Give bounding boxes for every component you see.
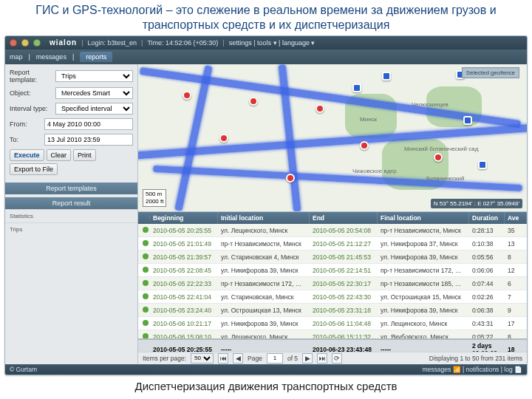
tab-map[interactable]: map (10, 53, 23, 61)
map-scale: 500 m2000 ft (143, 189, 166, 207)
pager: Items per page: 50 ⏮ ◀ Page of 5 ▶ ⏭ ⟳ D… (138, 352, 527, 364)
minimize-icon[interactable] (21, 39, 29, 47)
status-dot-icon (143, 253, 149, 259)
items-per-page-select[interactable]: 50 (191, 353, 214, 364)
object-label: Object: (10, 89, 52, 97)
table-summary: 2010-05-05 20:25:55 ----- 2010-06-23 23:… (138, 338, 527, 352)
statistics-row[interactable]: Statistics (5, 209, 137, 222)
statusbar: © Gurtam messages 📶 | notifications | lo… (5, 364, 527, 375)
execute-button[interactable]: Execute (10, 149, 44, 161)
status-right[interactable]: messages 📶 | notifications | log 📄 (422, 364, 522, 375)
template-label: Report template: (10, 69, 52, 83)
table-row[interactable]: 2010-05-05 20:25:55ул. Лещинского, Минск… (138, 224, 527, 237)
sidebar: Report template: Trips Object: Mercedes … (5, 64, 138, 364)
window-controls (10, 39, 43, 48)
prev-page-button[interactable]: ◀ (233, 353, 243, 364)
print-button[interactable]: Print (73, 149, 96, 161)
tab-messages[interactable]: messages (36, 53, 66, 61)
topbar: wialon | Login: b3test_en | Time: 14:52:… (5, 36, 527, 50)
status-dot-icon (143, 320, 149, 326)
logo: wialon (50, 36, 77, 50)
table-row[interactable]: 2010-05-05 22:22:33пр-т Независимости 17… (138, 277, 527, 290)
page-of: of 5 (287, 355, 298, 362)
maximize-icon[interactable] (33, 39, 41, 47)
trips-row[interactable]: Trips (5, 222, 137, 236)
map[interactable]: Минск Челюскинцев Минский ботанический с… (138, 64, 527, 212)
time-label: Time: 14:52:06 (+05:30) (147, 36, 218, 50)
to-input[interactable] (44, 134, 133, 146)
object-select[interactable]: Mercedes Smart (55, 87, 133, 99)
app-window: wialon | Login: b3test_en | Time: 14:52:… (4, 35, 528, 375)
table-row[interactable]: 2010-05-05 21:01:49пр-т Независимости, М… (138, 237, 527, 250)
status-dot-icon (143, 280, 149, 286)
report-templates-header[interactable]: Report templates (5, 183, 137, 194)
report-form: Report template: Trips Object: Mercedes … (5, 64, 137, 180)
topbar-links[interactable]: settings | tools ▾ | language ▾ (229, 36, 316, 50)
status-dot-icon (143, 293, 149, 299)
page-input[interactable] (267, 353, 283, 364)
from-input[interactable] (44, 118, 133, 130)
refresh-button[interactable]: ⟳ (332, 353, 342, 364)
status-dot-icon (143, 307, 149, 313)
table-row[interactable]: 2010-05-06 15:06:10ул. Лещинского, Минск… (138, 330, 527, 338)
status-dot-icon (143, 333, 149, 338)
tab-reports[interactable]: reports (80, 52, 112, 62)
geofence-label: Selected geofence (462, 67, 519, 78)
copyright: © Gurtam (10, 364, 37, 375)
from-label: From: (10, 120, 41, 128)
login-label: Login: b3test_en (87, 36, 137, 50)
map-coords: N 53° 55.2194' : E 027° 35.0948' (431, 199, 522, 208)
interval-label: Interval type: (10, 105, 52, 112)
template-select[interactable]: Trips (55, 70, 133, 82)
pager-display: Displaying 1 to 50 from 231 items (429, 355, 522, 362)
table-row[interactable]: 2010-05-05 21:39:57ул. Стариновская 4, М… (138, 250, 527, 264)
table-row[interactable]: 2010-05-05 22:41:04ул. Стариновская, Мин… (138, 290, 527, 304)
page-label: Page (248, 355, 262, 362)
table-header: Beginning Initial location End Final loc… (138, 212, 527, 224)
main-tabs: map | messages | reports (5, 50, 527, 64)
first-page-button[interactable]: ⏮ (218, 353, 228, 364)
items-per-page-label: Items per page: (143, 355, 186, 362)
export-button[interactable]: Export to File (10, 163, 58, 175)
table-row[interactable]: 2010-05-05 23:24:40ул. Острошицкая 13, М… (138, 304, 527, 317)
table-row[interactable]: 2010-05-05 22:08:45ул. Никифорова 39, Ми… (138, 264, 527, 277)
slide-title: ГИС и GPS-технологий – это слежение в ре… (0, 0, 532, 34)
close-icon[interactable] (10, 39, 17, 47)
last-page-button[interactable]: ⏭ (317, 353, 327, 364)
table-row[interactable]: 2010-05-06 10:21:17ул. Никифорова 39, Ми… (138, 317, 527, 330)
status-dot-icon (143, 240, 149, 246)
next-page-button[interactable]: ▶ (302, 353, 313, 364)
slide-caption: Диспетчеризация движения транспортных ср… (0, 375, 532, 392)
clear-button[interactable]: Clear (47, 149, 72, 161)
status-dot-icon (143, 227, 149, 233)
report-result-header[interactable]: Report result (5, 197, 137, 209)
to-label: To: (10, 136, 41, 143)
interval-select[interactable]: Specified interval (55, 103, 133, 115)
status-dot-icon (143, 267, 149, 273)
trips-table: Beginning Initial location End Final loc… (138, 212, 527, 364)
main-panel: Минск Челюскинцев Минский ботанический с… (138, 64, 527, 364)
